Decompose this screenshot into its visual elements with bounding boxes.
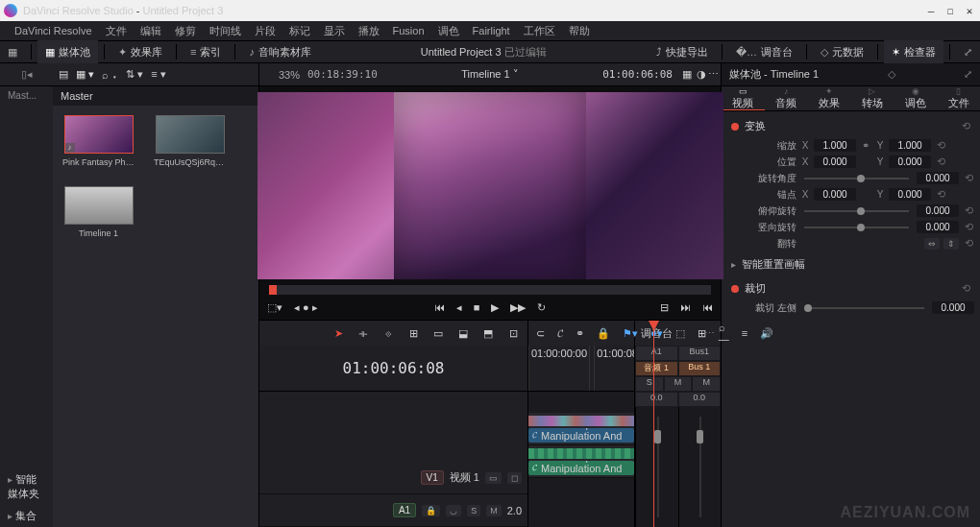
reset-icon[interactable]: ⟲ (963, 237, 974, 250)
zoom-level[interactable]: 33% (279, 69, 300, 81)
replace-tool[interactable]: ⬓ (456, 327, 470, 340)
level-value[interactable]: 0.0 (679, 393, 721, 406)
enabled-dot-icon[interactable] (731, 123, 739, 131)
clip-thumbnail[interactable] (156, 115, 225, 154)
crop-left-input[interactable]: 0.000 (932, 301, 974, 314)
position-x-input[interactable]: 0.000 (814, 156, 856, 168)
reset-icon[interactable]: ⟲ (962, 282, 970, 295)
reset-icon[interactable]: ⟲ (963, 172, 974, 184)
transform-section[interactable]: 变换 ⟲ (722, 115, 980, 137)
link-icon[interactable]: 𝓒 (557, 327, 563, 340)
video-track-header[interactable]: V1 视频 1 ▭ ◻ (259, 462, 527, 494)
search-icon[interactable]: ⌕ ▾ (102, 69, 118, 81)
crop-section[interactable]: 裁切 ⟲ (722, 277, 980, 299)
crop-left-slider[interactable] (804, 307, 924, 309)
insert-icon[interactable]: ⊟ (660, 301, 669, 314)
viewer-menu-icon[interactable]: ⋯ (708, 68, 719, 81)
channel-bus1[interactable]: Bus1 (679, 347, 721, 360)
timeline-menu-icon[interactable]: ≡ (742, 327, 747, 339)
inspector-tab[interactable]: ✶ 检查器 (884, 40, 943, 63)
media-clip[interactable]: ♪ Pink Fantasy Phot... (62, 115, 135, 167)
anchor-y-input[interactable]: 0.000 (889, 188, 931, 201)
menu-item[interactable]: Fusion (386, 25, 431, 36)
maximize-button[interactable]: ☐ (943, 5, 957, 17)
flip-v-button[interactable]: ⇕ (943, 238, 959, 250)
reset-icon[interactable]: ⟲ (963, 204, 974, 217)
fader-a1[interactable] (635, 407, 678, 527)
level-value[interactable]: 0.0 (636, 393, 677, 406)
menu-item[interactable]: 修剪 (168, 24, 203, 38)
media-pool-tab[interactable]: ▦ 媒体池 (37, 40, 98, 63)
menu-item[interactable]: Fairlight (466, 25, 517, 36)
overwrite-tool[interactable]: ▭ (431, 327, 445, 340)
fader-bus1[interactable] (678, 407, 722, 527)
menu-item[interactable]: 显示 (317, 24, 352, 38)
master-folder[interactable]: Mast... (0, 86, 53, 105)
append-tool[interactable]: ⬒ (481, 327, 495, 340)
anchor-x-input[interactable]: 0.000 (814, 188, 856, 201)
menu-item[interactable]: 调色 (431, 24, 466, 38)
reset-icon[interactable]: ⟲ (935, 139, 946, 152)
link-icon[interactable]: ⚭ (860, 140, 871, 151)
insert-tool[interactable]: ⊞ (406, 327, 420, 340)
inspector-tab-effects[interactable]: ✦效果 (808, 86, 851, 110)
track-lock-icon[interactable]: ▭ (485, 472, 502, 484)
minimize-button[interactable]: — (924, 5, 938, 17)
timeline-ruler[interactable]: 01:00:00:00 01:00:08:00 01:00:16:00 01:0… (528, 346, 634, 392)
close-button[interactable]: ✕ (963, 5, 976, 17)
menu-item[interactable]: 时间线 (203, 24, 248, 38)
filter-icon[interactable]: ≡ ▾ (151, 68, 165, 81)
pitch-input[interactable]: 0.000 (917, 204, 959, 217)
channel-a1[interactable]: A1 (636, 347, 677, 360)
flip-h-button[interactable]: ⇔ (924, 238, 940, 250)
first-frame-button[interactable]: ⏮ (434, 301, 445, 313)
ripple-tool[interactable]: ⊡ (506, 327, 520, 340)
v1-source[interactable]: V1 (421, 470, 444, 485)
timeline-thumbnail[interactable] (64, 186, 134, 225)
rotation-input[interactable]: 0.000 (917, 172, 959, 184)
stop-button[interactable]: ■ (474, 301, 480, 313)
audio-clip[interactable]: 𝓒 Pink Fantasy Photoshop Manipulation An… (528, 461, 634, 475)
layout-icon[interactable]: ▦ (0, 40, 25, 63)
inspector-tab-video[interactable]: ▭视频 (722, 86, 765, 110)
reset-icon[interactable]: ⟲ (935, 156, 946, 168)
video-track[interactable]: 𝓒 Pink Fantasy Photoshop Manipulation An… (528, 413, 634, 445)
list-view-icon[interactable]: ▤ (59, 68, 68, 81)
menu-item[interactable]: 文件 (99, 24, 134, 38)
mute-button[interactable]: M (693, 377, 720, 391)
menu-item[interactable]: DaVinci Resolve (8, 25, 99, 36)
video-clip[interactable]: 𝓒 Pink Fantasy Photoshop Manipulation An… (528, 428, 634, 443)
viewer-scrubber[interactable] (269, 285, 711, 295)
playhead[interactable] (653, 321, 654, 527)
inspector-tab-transition[interactable]: ▷转场 (850, 86, 894, 110)
snap-icon[interactable]: ⊂ (536, 327, 545, 340)
menu-item[interactable]: 编辑 (134, 24, 168, 38)
media-clip[interactable]: Timeline 1 (62, 186, 135, 238)
inspector-tab-color[interactable]: ◉调色 (894, 86, 937, 110)
position-y-input[interactable]: 0.000 (889, 156, 931, 168)
menu-item[interactable]: 帮助 (562, 24, 597, 38)
lock-icon[interactable]: 🔒 (597, 327, 610, 340)
sort-icon[interactable]: ⇅ ▾ (126, 68, 143, 81)
flag-icon[interactable]: ⚑▾ (623, 327, 638, 340)
smart-reframe-section[interactable]: ▸ 智能重置画幅 (722, 252, 980, 277)
timeline-name-dropdown[interactable]: Timeline 1 ˅ (461, 68, 518, 81)
sidebar-toggle[interactable]: ▯◂ (0, 63, 53, 86)
effects-tab[interactable]: ✦ 效果库 (110, 40, 170, 63)
keyframe-icon[interactable]: ◇ (888, 68, 895, 81)
zoom-x-input[interactable]: 1.000 (814, 139, 856, 152)
index-tab[interactable]: ≡ 索引 (183, 40, 229, 63)
go-start-button[interactable]: ⏮ (702, 301, 713, 313)
reset-icon[interactable]: ⟲ (963, 221, 974, 233)
zoom-icon[interactable]: ⊞ (698, 327, 706, 340)
audio-track-header[interactable]: A1 🔒 ◡ S M 2.0 (259, 494, 527, 527)
audio-track[interactable]: 𝓒 Pink Fantasy Photoshop Manipulation An… (528, 445, 634, 478)
reset-icon[interactable]: ⟲ (962, 120, 970, 132)
go-end-button[interactable]: ⏭ (680, 301, 691, 313)
collections[interactable]: ▸ 集合 (0, 505, 53, 527)
enabled-dot-icon[interactable] (731, 285, 739, 293)
mute-button[interactable]: M (665, 377, 692, 391)
marker-nav-icon[interactable]: ◂ ● ▸ (294, 301, 318, 314)
track-disable-icon[interactable]: ◻ (507, 472, 522, 484)
pitch-slider[interactable] (804, 210, 909, 212)
